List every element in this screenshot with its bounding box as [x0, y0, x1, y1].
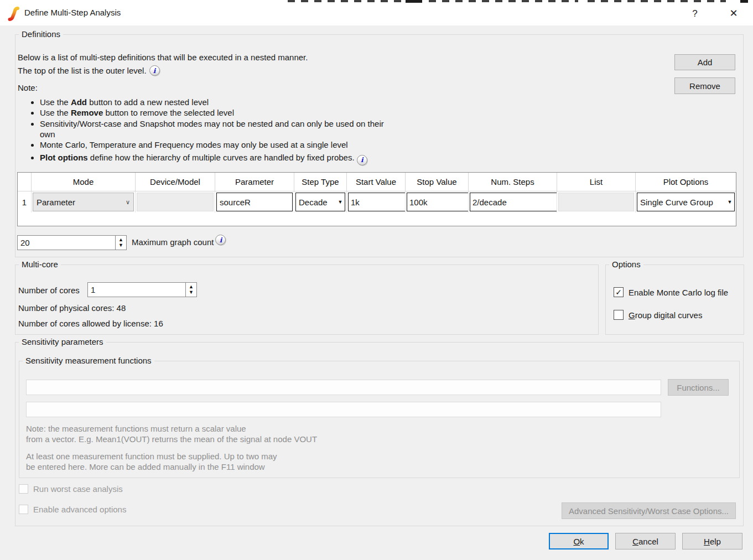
chevron-down-icon: ∨: [126, 199, 130, 206]
cancel-button[interactable]: Cancel: [615, 533, 676, 549]
max-graph-count-spin-buttons[interactable]: ▲ ▼: [115, 235, 127, 250]
measurement-note-1: Note: the measurement functions must ret…: [26, 423, 317, 444]
definitions-intro-line2: The top of the list is the outer level.: [18, 66, 147, 75]
measurement-function-field-2: [26, 402, 661, 417]
column-header-gutter: [18, 173, 32, 191]
license-cores-text: Number of cores allowed by license: 16: [18, 319, 163, 328]
parameter-field[interactable]: [217, 193, 292, 211]
cores-field[interactable]: [88, 283, 185, 297]
remove-button[interactable]: Remove: [674, 77, 735, 94]
sensitivity-group: Sensitivity parameters Sensitivity measu…: [15, 342, 744, 526]
help-titlebar-button[interactable]: ?: [686, 6, 704, 22]
max-graph-count-spinbox: [17, 235, 116, 250]
run-worst-case-label: Run worst case analysis: [33, 484, 123, 494]
mode-select[interactable]: Parameter ∨: [33, 193, 134, 211]
group-digital-curves-checkbox[interactable]: [614, 310, 624, 320]
definitions-group-label: Definitions: [19, 29, 63, 39]
enable-monte-carlo-log-label[interactable]: Enable Monte Carlo log file: [629, 288, 728, 297]
app-logo-icon: [7, 6, 20, 22]
bullet-add: Use the Add button to add a new nested l…: [40, 97, 398, 107]
window-title: Define Multi-Step Analysis: [24, 8, 121, 17]
cores-spinbox: [87, 282, 186, 297]
plot-options-select[interactable]: Single Curve Group ▼: [637, 193, 735, 211]
dropdown-arrow-icon: ▼: [336, 193, 345, 211]
advanced-sensitivity-button: Advanced Sensitivity/Worst Case Options.…: [562, 502, 736, 519]
define-multi-step-analysis-dialog: { "titlebar": { "title": "Define Multi-S…: [0, 0, 753, 560]
column-header-stop-value: Stop Value: [406, 173, 469, 191]
check-icon: ✓: [615, 288, 622, 297]
max-graph-count-label: Maximum graph count: [132, 237, 214, 247]
options-group-label: Options: [609, 260, 643, 269]
spin-down-icon[interactable]: ▼: [118, 243, 123, 248]
help-button[interactable]: Help: [682, 533, 742, 549]
start-value-field[interactable]: [349, 193, 406, 211]
background-window-text-fragment: [288, 0, 401, 2]
definitions-bullet-list: Use the Add button to add a new nested l…: [31, 97, 398, 165]
column-header-mode: Mode: [32, 173, 136, 191]
stop-value-spinbox: ▲▼: [407, 193, 469, 211]
group-digital-curves-label[interactable]: Group digital curves: [629, 310, 702, 320]
background-window-text-fragment: [588, 0, 726, 2]
info-icon[interactable]: i: [149, 65, 160, 76]
background-window-edge: [0, 0, 753, 3]
note-label: Note:: [18, 83, 38, 92]
bullet-plot-options: Plot options define how the hierarchy of…: [40, 152, 398, 165]
enable-advanced-options-label: Enable advanced options: [33, 505, 126, 514]
max-graph-count-field[interactable]: [18, 236, 115, 250]
measurement-function-field-1: [26, 380, 661, 395]
options-group: Options ✓ Enable Monte Carlo log file Gr…: [605, 265, 744, 335]
functions-button: Functions...: [668, 379, 729, 396]
definitions-intro-line1: Below is a list of multi-step definition…: [18, 53, 308, 62]
column-header-step-type: Step Type: [294, 173, 347, 191]
spin-up-icon[interactable]: ▲: [118, 237, 123, 242]
bullet-remove: Use the Remove button to remove the sele…: [40, 107, 398, 118]
table-empty-area: [18, 212, 736, 226]
num-steps-field[interactable]: [470, 193, 557, 211]
measurement-note-2: At least one measurement function must b…: [26, 451, 277, 472]
background-window-text-fragment: [740, 0, 748, 3]
ok-button[interactable]: Ok: [549, 533, 609, 549]
step-type-select[interactable]: Decade ▼: [295, 193, 345, 211]
bullet-sensitivity: Sensitivity/Worst-case and Snapshot mode…: [40, 118, 398, 140]
multi-step-definitions-table: Mode Device/Model Parameter Step Type St…: [17, 172, 736, 226]
column-header-device-model: Device/Model: [136, 173, 215, 191]
column-header-parameter: Parameter: [215, 173, 294, 191]
enable-advanced-options-checkbox: [19, 505, 28, 514]
column-header-num-steps: Num. Steps: [469, 173, 557, 191]
info-icon[interactable]: i: [215, 235, 226, 245]
background-window-text-fragment: [429, 0, 578, 2]
enable-monte-carlo-log-checkbox[interactable]: ✓: [614, 287, 624, 297]
definitions-group: Definitions Below is a list of multi-ste…: [15, 34, 744, 257]
parameter-field-wrap: [216, 193, 293, 211]
sensitivity-group-label: Sensitivity parameters: [19, 337, 106, 346]
column-header-start-value: Start Value: [347, 173, 406, 191]
run-worst-case-checkbox: [19, 484, 28, 494]
sensitivity-functions-group-label: Sensitivity measurement functions: [23, 356, 154, 365]
multicore-group-label: Multi-core: [19, 260, 61, 269]
titlebar: Define Multi-Step Analysis ? ✕: [0, 0, 753, 25]
cores-spin-buttons[interactable]: ▲ ▼: [185, 282, 197, 297]
add-button[interactable]: Add: [674, 54, 735, 70]
stop-value-field[interactable]: [407, 193, 469, 211]
sensitivity-functions-group: Sensitivity measurement functions Functi…: [19, 361, 740, 478]
column-header-plot-options: Plot Options: [636, 173, 736, 191]
physical-cores-text: Number of physical cores: 48: [18, 303, 126, 313]
list-field: [558, 193, 634, 211]
start-value-spinbox: ▲▼: [348, 193, 406, 211]
close-icon[interactable]: ✕: [723, 4, 745, 22]
num-steps-spinbox: ▲▼: [470, 193, 557, 211]
dropdown-arrow-icon: ▼: [725, 193, 734, 211]
device-model-field: [137, 193, 214, 211]
row-number: 1: [18, 191, 32, 212]
spin-down-icon[interactable]: ▼: [189, 290, 194, 295]
bullet-monte-carlo: Monte Carlo, Temperature and Frequency m…: [40, 139, 398, 150]
spin-up-icon[interactable]: ▲: [189, 284, 194, 289]
column-header-list: List: [557, 173, 636, 191]
number-of-cores-label: Number of cores: [18, 286, 80, 295]
info-icon[interactable]: i: [357, 155, 367, 165]
background-window-text-fragment: [406, 0, 422, 3]
table-row: Parameter ∨: [32, 191, 136, 212]
multicore-group: Multi-core Number of cores ▲ ▼ Number of…: [15, 265, 599, 335]
